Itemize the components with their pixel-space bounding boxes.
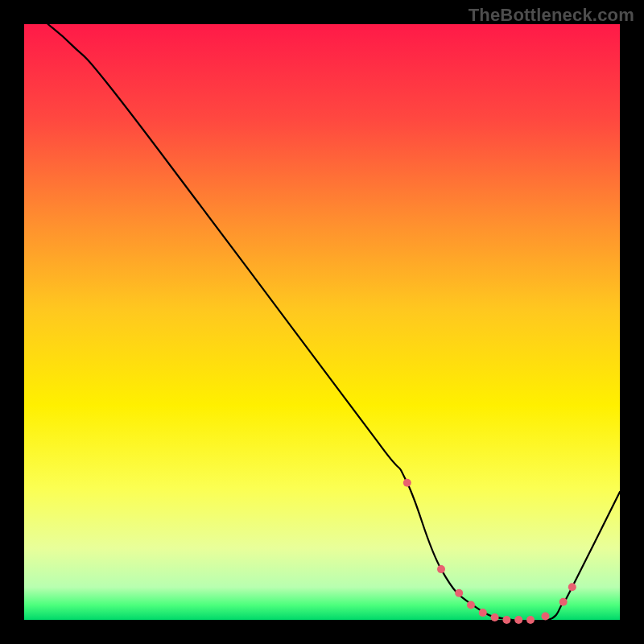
threshold-marker	[479, 609, 487, 617]
threshold-marker	[568, 583, 576, 591]
plot-background	[24, 24, 620, 620]
threshold-marker	[403, 479, 411, 487]
threshold-marker	[467, 601, 475, 609]
chart-container: TheBottleneck.com	[0, 0, 644, 644]
watermark-text: TheBottleneck.com	[469, 5, 634, 26]
threshold-marker	[502, 616, 510, 624]
threshold-marker	[559, 598, 568, 606]
threshold-marker	[526, 616, 535, 624]
threshold-marker	[514, 616, 522, 624]
chart-svg	[0, 0, 644, 644]
threshold-marker	[542, 613, 550, 621]
threshold-marker	[455, 589, 463, 597]
threshold-marker	[491, 613, 499, 621]
threshold-marker	[437, 565, 445, 573]
